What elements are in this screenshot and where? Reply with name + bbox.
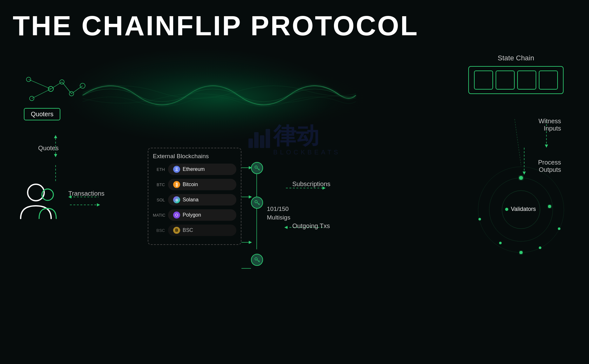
svg-point-41 [519, 251, 523, 254]
chain-row-matic: MATIC ⬡ Polygon [153, 209, 236, 221]
icon-btc: ₿ [173, 181, 180, 188]
svg-line-22 [62, 82, 71, 94]
svg-point-14 [26, 77, 31, 82]
svg-marker-12 [97, 203, 100, 206]
svg-line-60 [259, 261, 260, 262]
svg-point-13 [48, 86, 53, 91]
badge-btc: ₿ Bitcoin [168, 179, 236, 190]
svg-point-17 [69, 91, 74, 96]
state-chain-blocks [468, 66, 564, 94]
svg-line-46 [515, 119, 521, 165]
svg-line-23 [71, 86, 83, 94]
outgoing-area: Outgoing Txs [292, 222, 330, 230]
watermark-english: BLOCKBEATS [273, 149, 341, 156]
user-icon [17, 177, 62, 222]
chain-row-eth: ETH Ξ Ethereum [153, 164, 236, 175]
svg-line-56 [259, 204, 260, 205]
quoters-label: Quoters [24, 108, 60, 120]
user-area [17, 177, 62, 223]
subscriptions-label: Subscriptions [292, 180, 330, 188]
name-sol: Solana [183, 197, 199, 203]
watermark: 律动 BLOCKBEATS [248, 121, 341, 156]
name-matic: Polygon [183, 212, 201, 218]
icon-sol: ◎ [173, 196, 180, 203]
ticker-sol: SOL [153, 198, 165, 202]
outgoing-label: Outgoing Txs [292, 222, 330, 230]
chain-row-sol: SOL ◎ Solana [153, 194, 236, 206]
svg-line-21 [51, 82, 62, 89]
ticker-btc: BTC [153, 182, 165, 187]
validators-label: Validators [511, 206, 536, 212]
svg-point-15 [30, 96, 34, 101]
subscriptions-area: Subscriptions [292, 180, 330, 188]
svg-marker-35 [284, 226, 288, 229]
ticker-matic: MATIC [153, 213, 165, 218]
svg-point-43 [558, 227, 560, 230]
icon-bsc: B [173, 227, 180, 234]
svg-point-40 [548, 205, 551, 208]
chain-row-btc: BTC ₿ Bitcoin [153, 179, 236, 190]
svg-point-39 [519, 176, 523, 180]
witness-inputs-label: WitnessInputs [538, 118, 561, 132]
svg-line-20 [32, 89, 51, 98]
chain-block-2 [496, 71, 515, 90]
validators-dot [505, 208, 508, 211]
chain-block-1 [474, 71, 493, 90]
key-icons-area [251, 162, 263, 266]
external-blockchains-panel: External Blockchains ETH Ξ Ethereum BTC … [148, 148, 241, 245]
witness-process-area: WitnessInputs ProcessOutputs [538, 118, 561, 173]
svg-point-45 [499, 242, 502, 244]
watermark-chinese: 律动 [273, 121, 341, 151]
key-icon-matic [251, 254, 263, 266]
multisig-label: 101/150Multisigs [267, 205, 290, 222]
transactions-area: Transactions [68, 190, 105, 197]
svg-point-47 [28, 184, 44, 201]
validators-label-area: Validators [505, 206, 536, 212]
svg-point-16 [60, 80, 64, 84]
quotes-area: Quotes [38, 145, 58, 152]
name-btc: Bitcoin [183, 182, 198, 187]
name-eth: Ethereum [183, 166, 205, 172]
svg-point-44 [539, 246, 541, 249]
key-icon-btc [251, 197, 263, 209]
svg-marker-6 [54, 154, 57, 157]
ticker-eth: ETH [153, 167, 165, 172]
svg-point-42 [478, 218, 481, 220]
svg-line-52 [259, 170, 260, 170]
svg-marker-8 [54, 135, 57, 138]
badge-matic: ⬡ Polygon [168, 209, 236, 221]
quotes-label: Quotes [38, 145, 58, 152]
watermark-logo [248, 129, 270, 148]
process-outputs-label: ProcessOutputs [538, 159, 561, 173]
chain-block-3 [517, 71, 536, 90]
badge-eth: Ξ Ethereum [168, 164, 236, 175]
transactions-label: Transactions [68, 190, 105, 197]
badge-bsc: B BSC [168, 225, 236, 236]
icon-eth: Ξ [173, 166, 180, 173]
name-bsc: BSC [183, 227, 193, 233]
key-icon-eth [251, 162, 263, 174]
svg-marker-4 [523, 172, 526, 175]
quoters-label-box: Quoters [24, 108, 60, 120]
svg-point-18 [80, 83, 85, 88]
badge-sol: ◎ Solana [168, 194, 236, 206]
page-title: THE CHAINFLIP PROTOCOL [13, 10, 419, 42]
ticker-bsc: BSC [153, 228, 165, 233]
state-chain-label: State Chain [498, 54, 534, 62]
state-chain-area: State Chain [468, 54, 564, 94]
chain-row-bsc: BSC B BSC [153, 225, 236, 236]
icon-matic: ⬡ [173, 212, 180, 219]
svg-line-19 [29, 79, 51, 89]
external-blockchains-title: External Blockchains [153, 153, 236, 160]
chain-block-4 [539, 71, 558, 90]
